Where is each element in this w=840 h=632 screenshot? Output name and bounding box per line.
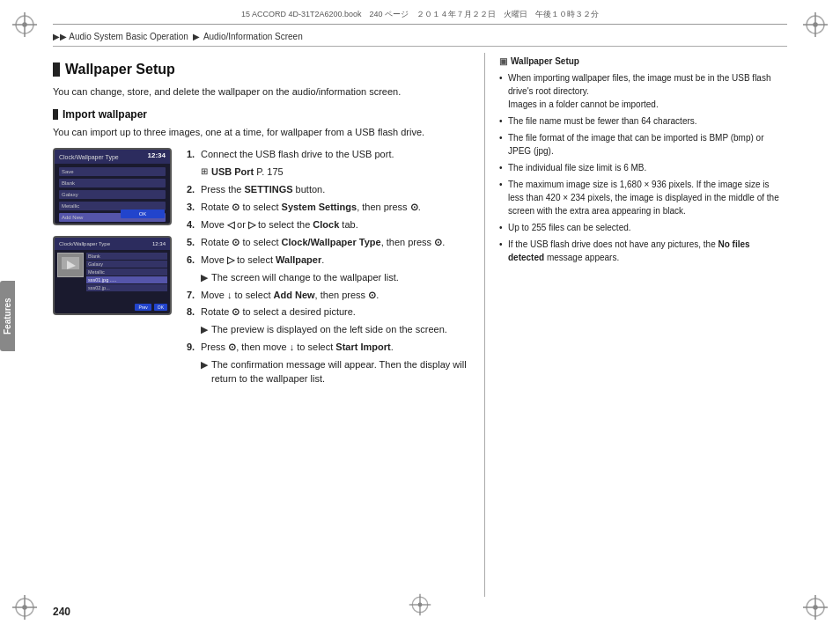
step-7-num: 7.	[187, 289, 201, 303]
step-4-content: Move ◁ or ▷ to select the Clock tab.	[201, 218, 467, 232]
screen2-thumbnail	[57, 253, 84, 277]
step-1-num: 1.	[187, 148, 201, 162]
screen1-row-blank: Blank	[59, 179, 166, 187]
arrow-right-icon-9: ▶	[201, 358, 208, 372]
arrow-right-icon-6: ▶	[201, 271, 208, 285]
step-8-content: Rotate ⊙ to select a desired picture.	[201, 305, 467, 320]
corner-decoration-br	[801, 593, 829, 621]
left-column: Wallpaper Setup You can change, store, a…	[53, 53, 484, 597]
breadcrumb-part2: Audio/Information Screen	[203, 32, 303, 41]
bottom-center-decoration	[408, 592, 432, 620]
images-column: Clock/Wallpaper Type 12:34 Save Blank Ga…	[53, 148, 176, 390]
screen1-time: 12:34	[148, 151, 166, 159]
step-7-content: Move ↓ to select Add New, then press ⊙.	[201, 289, 467, 303]
right-column: ▣ Wallpaper Setup When importing wallpap…	[484, 53, 787, 597]
step-3: 3. Rotate ⊙ to select System Settings, t…	[187, 201, 467, 215]
step-1-sub: ⊞ USB Port P. 175	[201, 165, 467, 180]
section-title-row: Wallpaper Setup	[53, 62, 467, 77]
step-4: 4. Move ◁ or ▷ to select the Clock tab.	[187, 218, 467, 232]
usb-icon-symbol: ⊞	[201, 165, 208, 179]
step-9-num: 9.	[187, 341, 201, 355]
step-1-content: Connect the USB flash drive to the USB p…	[201, 148, 467, 162]
screen1-row-save: Save	[59, 167, 166, 176]
svg-point-3	[23, 23, 26, 26]
screen2-item-blank: Blank	[86, 253, 167, 260]
step-9-sub: ▶ The confirmation message will appear. …	[201, 358, 467, 386]
step-6-sub: ▶ The screen will change to the wallpape…	[201, 271, 467, 285]
step-7: 7. Move ↓ to select Add New, then press …	[187, 289, 467, 303]
right-col-title: ▣ Wallpaper Setup	[499, 56, 787, 66]
breadcrumb-divider	[53, 46, 787, 47]
svg-point-11	[23, 606, 26, 609]
screen2-content: Blank Galaxy Metallic sss01.jpg ..... ss…	[55, 250, 170, 294]
breadcrumb-arrows: ▶▶	[53, 32, 67, 41]
step-2: 2. Press the SETTINGS button.	[187, 183, 467, 197]
screen-mockup-2: Clock/Wallpaper Type 12:34 Blank	[53, 236, 172, 315]
step-6-num: 6.	[187, 254, 201, 268]
bullet-3: The file format of the image that can be…	[499, 131, 787, 158]
breadcrumb-sep: ▶	[193, 32, 200, 41]
intro-text: You can change, store, and delete the wa…	[53, 85, 467, 99]
right-title-bookmark: ▣	[499, 56, 507, 66]
screen1-title: Clock/Wallpaper Type	[59, 154, 119, 160]
screen2-header: Clock/Wallpaper Type 12:34	[55, 238, 170, 250]
step-8-sub: ▶ The preview is displayed on the left s…	[201, 323, 467, 337]
step-8-num: 8.	[187, 305, 201, 320]
arrow-right-icon-8: ▶	[201, 323, 208, 337]
sub-section-title-row: Import wallpaper	[53, 108, 467, 121]
step-5-num: 5.	[187, 236, 201, 250]
section-title-bar	[53, 62, 60, 77]
step-6: 6. Move ▷ to select Wallpaper.	[187, 254, 467, 268]
step-1: 1. Connect the USB flash drive to the US…	[187, 148, 467, 162]
corner-decoration-tr	[801, 11, 829, 39]
bullet-5: The maximum image size is 1,680 × 936 pi…	[499, 178, 787, 217]
steps-column: 1. Connect the USB flash drive to the US…	[187, 148, 467, 390]
bullet-2: The file name must be fewer than 64 char…	[499, 114, 787, 128]
step-6-sub-text: The screen will change to the wallpaper …	[211, 271, 399, 285]
corner-decoration-bl	[11, 593, 39, 621]
bullet-6: Up to 255 files can be selected.	[499, 221, 787, 234]
step-5: 5. Rotate ⊙ to select Clock/Wallpaper Ty…	[187, 236, 467, 250]
breadcrumb: ▶▶ Audio System Basic Operation ▶ Audio/…	[53, 32, 303, 41]
step-9-sub-text: The confirmation message will appear. Th…	[211, 358, 467, 386]
page-number: 240	[53, 606, 70, 618]
screen1-header: Clock/Wallpaper Type 12:34	[55, 150, 170, 164]
step-4-num: 4.	[187, 218, 201, 232]
main-content: Wallpaper Setup You can change, store, a…	[53, 53, 787, 597]
svg-point-7	[814, 23, 817, 26]
features-tab: Features	[0, 281, 15, 351]
screen1-ok-label: OK	[121, 209, 165, 218]
right-bullets-list: When importing wallpaper files, the imag…	[499, 71, 787, 264]
screen2-item-sss01: sss01.jpg .....	[86, 276, 167, 283]
step-3-num: 3.	[187, 201, 201, 215]
bullet-1: When importing wallpaper files, the imag…	[499, 71, 787, 111]
corner-decoration-tl	[11, 11, 39, 39]
screen2-ok-btn: OK	[154, 304, 167, 311]
screen2-item-sss02: sss02.jp...	[86, 284, 167, 291]
step-1-ref: USB Port P. 175	[211, 165, 284, 180]
step-6-content: Move ▷ to select Wallpaper.	[201, 254, 467, 268]
screen2-item-metallic: Metallic	[86, 268, 167, 276]
sub-section-bar	[53, 109, 58, 120]
bullet-7: If the USB flash drive does not have any…	[499, 238, 787, 264]
file-metadata: 15 ACCORD 4D-31T2A6200.book 240 ページ ２０１４…	[53, 9, 787, 25]
step-2-num: 2.	[187, 183, 201, 197]
step-9-content: Press ⊙, then move ↓ to select Start Imp…	[201, 341, 467, 355]
screen2-item-galaxy: Galaxy	[86, 261, 167, 268]
steps-with-images: Clock/Wallpaper Type 12:34 Save Blank Ga…	[53, 148, 467, 390]
screen1-row-galaxy: Galaxy	[59, 190, 166, 199]
step-8: 8. Rotate ⊙ to select a desired picture.	[187, 305, 467, 320]
screen1-ok-btn: OK	[121, 208, 165, 220]
step-5-content: Rotate ⊙ to select Clock/Wallpaper Type,…	[201, 236, 467, 250]
svg-point-15	[814, 606, 817, 609]
screen-mockup-1: Clock/Wallpaper Type 12:34 Save Blank Ga…	[53, 148, 172, 225]
screen2-time: 12:34	[152, 241, 166, 246]
screen2-prev-btn: Prev	[135, 304, 151, 311]
sub-section-title-text: Import wallpaper	[63, 108, 147, 121]
screen2-file-list: Blank Galaxy Metallic sss01.jpg ..... ss…	[86, 253, 167, 291]
bullet-4: The individual file size limit is 6 MB.	[499, 161, 787, 174]
step-3-content: Rotate ⊙ to select System Settings, then…	[201, 201, 467, 215]
screen2-buttons: Prev OK	[57, 304, 167, 311]
section-title-text: Wallpaper Setup	[65, 62, 175, 77]
breadcrumb-part1: Audio System Basic Operation	[69, 32, 188, 41]
